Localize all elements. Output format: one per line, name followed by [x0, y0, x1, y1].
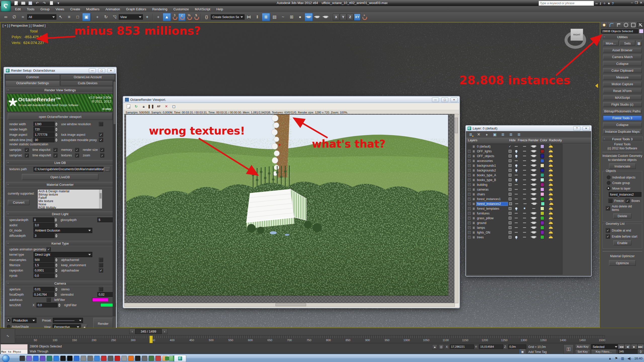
layer-name[interactable]: ground	[476, 221, 507, 225]
spinner-icon[interactable]	[55, 223, 58, 227]
freeze-toggle[interactable]	[520, 160, 529, 161]
layer-name[interactable]: 0 (default)	[476, 145, 507, 148]
selection-filter-dropdown[interactable]: All	[27, 14, 56, 20]
utility-button-flight-studio-c-[interactable]: Flight Studio (c)	[603, 102, 642, 107]
hide-toggle[interactable]	[512, 218, 520, 218]
setting-dropdown[interactable]: Ambient Occlusion	[33, 228, 92, 233]
freeze-toggle[interactable]	[520, 175, 529, 175]
percent-snap-icon[interactable]: %	[186, 14, 192, 21]
hide-toggle[interactable]	[512, 155, 520, 157]
layer-row[interactable]: +≣chairs	[467, 192, 562, 197]
restart-render-icon[interactable]: ↻	[134, 104, 139, 109]
layer-name[interactable]: books_type_B	[476, 178, 507, 182]
value-field[interactable]: 1,5	[33, 263, 58, 267]
radio-individual-objects[interactable]	[607, 175, 611, 179]
delete-layer-icon[interactable]: ✕	[476, 132, 481, 137]
freeze-toggle[interactable]	[520, 232, 529, 233]
layer-color-swatch[interactable]	[539, 226, 546, 230]
color-swatch[interactable]	[92, 298, 108, 302]
app-icon[interactable]	[74, 356, 79, 361]
new-file-icon[interactable]	[13, 1, 19, 5]
expand-icon[interactable]: +	[467, 236, 471, 239]
expand-icon[interactable]: +	[467, 155, 471, 157]
timeline-ruler[interactable]: 5010015020025030035040045050055060065070…	[16, 335, 605, 343]
select-objects-in-layer-icon[interactable]: ▣	[492, 132, 498, 137]
utility-button-camera-match[interactable]: Camera Match	[603, 55, 642, 59]
tab-octanerender-settings[interactable]: OctaneRender Settings	[5, 80, 60, 86]
taskbar-clock[interactable]: 16:40	[634, 356, 642, 360]
x-coordinate-field[interactable]: 17,286221	[450, 344, 474, 349]
checkbox[interactable]: ✓	[99, 132, 103, 137]
layer-row[interactable]: +≣accessories	[467, 158, 562, 163]
layer-color-swatch[interactable]	[539, 173, 546, 177]
menu-item-tools[interactable]: Tools	[24, 7, 37, 12]
freeze-toggle[interactable]	[520, 203, 530, 204]
expand-icon[interactable]: +	[467, 231, 471, 234]
current-layer-mark[interactable]	[507, 212, 512, 215]
isolate-selection-icon[interactable]: ▣	[520, 349, 525, 354]
render-setup-title-bar[interactable]: Ϛ Render Setup: Octane3dsmax — ▢ ✕	[4, 68, 116, 74]
expand-icon[interactable]: +	[467, 198, 471, 200]
key-filters-button[interactable]: Key Filters...	[591, 349, 616, 354]
layer-row[interactable]: +≣forest_templates	[467, 206, 562, 211]
hide-toggle[interactable]	[512, 236, 520, 238]
paste-icon[interactable]	[49, 1, 54, 5]
axis-x-button[interactable]: X	[333, 14, 339, 21]
autofocus-icon[interactable]: AF	[156, 104, 161, 109]
close-dialog-icon[interactable]: ✕	[107, 68, 114, 73]
selection-count-field[interactable]: 28808 Objects Selected	[601, 29, 638, 33]
layer-panel-title-bar[interactable]: Ϛ Layer: 0 (default) ? ✕	[466, 126, 591, 131]
enable-button[interactable]: Enable	[613, 240, 631, 245]
selection-color-swatch[interactable]	[639, 29, 643, 33]
tab-octanelive-account[interactable]: OctaneLive Account	[60, 74, 115, 80]
previous-key-button[interactable]: ◀|	[624, 344, 631, 349]
checkbox[interactable]	[99, 287, 103, 291]
edit-named-selection-sets-icon[interactable]: {}	[203, 13, 211, 21]
unlink-selection-icon[interactable]: ∅	[10, 13, 18, 21]
layer-row[interactable]: +≣lights_ON	[467, 230, 562, 235]
open-livedb-button[interactable]: Open LiveDB	[22, 174, 98, 180]
freeze-checkbox[interactable]	[608, 199, 613, 203]
select-by-name-icon[interactable]: ≡	[65, 13, 73, 21]
current-layer-mark[interactable]	[507, 183, 512, 186]
app-icon[interactable]	[142, 356, 147, 361]
value-field[interactable]: 1280	[33, 122, 58, 126]
volume-icon[interactable]: ◀)	[627, 356, 631, 360]
spinner-icon[interactable]	[55, 128, 58, 131]
select-and-rotate-icon[interactable]: ↻	[102, 13, 110, 21]
octane-minimize-icon[interactable]: —	[432, 98, 439, 102]
time-configuration-icon[interactable]: ⌚︎	[637, 349, 644, 354]
render-toggle[interactable]	[530, 203, 539, 205]
expand-icon[interactable]: +	[467, 217, 471, 219]
expand-icon[interactable]: +	[467, 212, 471, 215]
live-db-header[interactable]: -Live DB	[6, 160, 114, 165]
restore-window-icon[interactable]: ❒	[635, 1, 638, 5]
utility-button-motion-capture[interactable]: Motion Capture	[603, 82, 642, 86]
app-icon[interactable]	[81, 356, 86, 361]
layer-color-swatch[interactable]	[539, 159, 546, 163]
radiosity-icon[interactable]	[546, 203, 556, 205]
render-view-settings-header[interactable]: -Render View Settings	[6, 87, 114, 93]
layer-name[interactable]: trees	[476, 236, 507, 239]
textures-path-field[interactable]: C:\Users\gabriele\Documents\3dsMax\mater…	[33, 167, 103, 172]
freeze-toggle[interactable]	[520, 146, 529, 147]
material-item[interactable]: Bitmap texture	[38, 193, 101, 196]
expand-icon[interactable]: +	[467, 221, 471, 224]
utility-button-maxscript[interactable]: MAXScript	[603, 95, 642, 100]
app-icon[interactable]	[54, 356, 59, 361]
stop-render-icon[interactable]: ✕	[164, 104, 169, 109]
render-toggle[interactable]	[529, 212, 539, 214]
layer-name[interactable]: books_type_A	[476, 173, 507, 177]
radio-create-group[interactable]	[607, 181, 611, 185]
app-icon[interactable]	[40, 356, 45, 361]
freeze-toggle[interactable]	[520, 199, 529, 199]
layer-name[interactable]: building	[476, 183, 507, 187]
configure-button-sets-icon[interactable]: ▦	[636, 41, 642, 46]
freeze-toggle[interactable]	[520, 207, 529, 210]
layer-name[interactable]: cameras	[476, 188, 507, 191]
pause-render-icon[interactable]: ❚❚	[149, 104, 154, 109]
current-layer-mark[interactable]	[507, 193, 512, 196]
app-icon[interactable]	[128, 356, 134, 361]
render-toggle[interactable]	[529, 231, 539, 234]
checkbox[interactable]: ✓	[100, 148, 104, 152]
